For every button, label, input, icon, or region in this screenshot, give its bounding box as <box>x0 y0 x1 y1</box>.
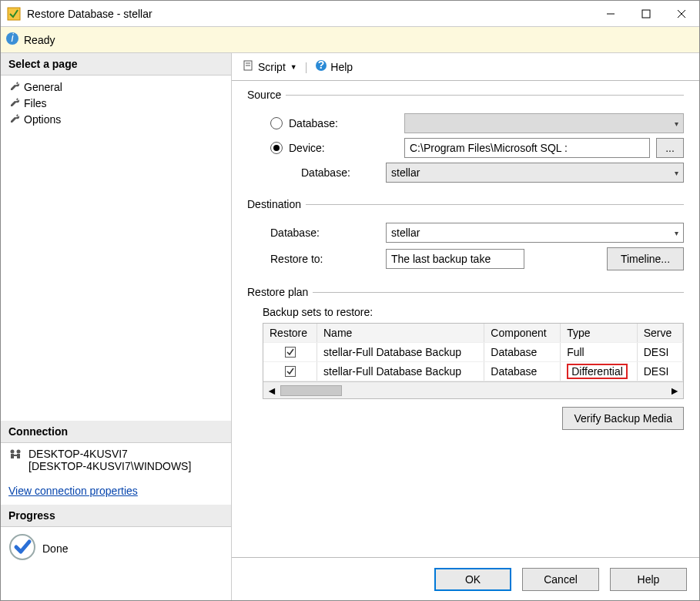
scroll-thumb[interactable] <box>280 385 342 396</box>
source-legend: Source <box>247 89 286 101</box>
source-device-label: Device: <box>289 142 404 154</box>
col-type[interactable]: Type <box>561 324 638 343</box>
separator: | <box>305 61 308 73</box>
restore-plan-legend: Restore plan <box>247 286 313 298</box>
sidebar-item-options[interactable]: Options <box>1 111 231 127</box>
source-db2-combo[interactable]: stellar▾ <box>386 163 684 183</box>
connection-header: Connection <box>1 421 231 443</box>
script-label: Script <box>258 61 286 73</box>
checkbox-icon[interactable] <box>285 366 296 377</box>
restore-plan-group: Restore plan Backup sets to restore: Res… <box>247 286 684 430</box>
scroll-right-icon[interactable]: ► <box>669 384 680 397</box>
svg-text:?: ? <box>318 59 325 71</box>
source-db2-label: Database: <box>301 166 386 179</box>
wrench-icon <box>8 96 19 109</box>
restore-cell[interactable] <box>263 343 317 362</box>
done-icon <box>8 533 36 563</box>
toolbar: Script ▼ | ? Help <box>232 53 699 81</box>
name-cell: stellar-Full Database Backup <box>317 343 484 362</box>
select-page-header: Select a page <box>1 53 231 76</box>
chevron-down-icon: ▼ <box>290 63 297 71</box>
table-row[interactable]: stellar-Full Database BackupDatabaseDiff… <box>263 362 683 381</box>
help-button[interactable]: ? Help <box>312 58 356 76</box>
source-database-combo: ▾ <box>404 113 684 133</box>
sidebar-item-files[interactable]: Files <box>1 95 231 111</box>
col-restore[interactable]: Restore <box>263 324 317 343</box>
dialog-footer: OK Cancel Help <box>232 557 699 600</box>
horizontal-scrollbar[interactable]: ◄ ► <box>263 381 683 398</box>
connection-login: [DESKTOP-4KUSVI7\WINDOWS] <box>28 460 191 472</box>
destination-legend: Destination <box>247 198 306 210</box>
ok-button[interactable]: OK <box>434 568 511 591</box>
source-device-textbox[interactable]: C:\Program Files\Microsoft SQL : <box>404 138 650 158</box>
window-title: Restore Database - stellar <box>27 8 593 20</box>
connection-info: DESKTOP-4KUSVI7 [DESKTOP-4KUSVI7\WINDOWS… <box>1 443 231 477</box>
server-cell: DESI <box>637 362 682 381</box>
connection-server: DESKTOP-4KUSVI7 <box>28 448 191 460</box>
server-cell: DESI <box>637 343 682 362</box>
minimize-button[interactable] <box>593 1 628 26</box>
restore-plan-subtitle: Backup sets to restore: <box>263 306 684 318</box>
restore-cell[interactable] <box>263 362 317 381</box>
dest-database-label: Database: <box>270 227 386 239</box>
svg-point-9 <box>17 450 21 454</box>
dest-database-combo[interactable]: stellar▾ <box>386 223 684 243</box>
col-server[interactable]: Serve <box>637 324 682 343</box>
progress-text: Done <box>42 542 68 555</box>
col-component[interactable]: Component <box>484 324 561 343</box>
wrench-icon <box>8 112 19 126</box>
titlebar: Restore Database - stellar <box>1 1 699 27</box>
cancel-button[interactable]: Cancel <box>522 568 599 591</box>
sidebar-item-label: General <box>24 81 62 93</box>
source-database-radio[interactable] <box>270 117 283 129</box>
backup-sets-table-wrap: Restore Name Component Type Serve stella… <box>263 323 684 399</box>
scroll-left-icon[interactable]: ◄ <box>266 384 277 397</box>
help-footer-label: Help <box>638 573 660 586</box>
server-icon <box>8 448 22 464</box>
verify-label: Verify Backup Media <box>574 412 672 425</box>
table-row[interactable]: stellar-Full Database BackupDatabaseFull… <box>263 343 683 362</box>
source-db2-value: stellar <box>391 166 420 179</box>
browse-device-button[interactable]: ... <box>656 138 684 158</box>
col-name[interactable]: Name <box>317 324 484 343</box>
restore-to-label: Restore to: <box>270 253 386 265</box>
script-icon <box>243 59 255 74</box>
restore-to-value: The last backup take <box>391 253 491 265</box>
progress-header: Progress <box>1 505 231 527</box>
source-database-label: Database: <box>289 117 404 129</box>
restore-to-textbox[interactable]: The last backup take <box>386 249 524 269</box>
dest-database-value: stellar <box>391 227 420 239</box>
status-bar: i Ready <box>1 27 699 53</box>
destination-group: Destination Database: stellar▾ Restore t… <box>247 198 684 275</box>
help-label: Help <box>330 61 353 73</box>
help-icon: ? <box>315 59 327 74</box>
timeline-label: Timeline... <box>621 253 670 265</box>
verify-backup-media-button[interactable]: Verify Backup Media <box>562 407 684 430</box>
restore-database-dialog: Restore Database - stellar i Ready Selec… <box>0 0 700 601</box>
checkbox-icon[interactable] <box>285 347 296 358</box>
source-group: Source Database: ▾ Device: C:\Program Fi… <box>247 89 684 187</box>
timeline-button[interactable]: Timeline... <box>607 247 684 270</box>
svg-rect-0 <box>8 8 20 20</box>
close-button[interactable] <box>664 1 699 26</box>
script-button[interactable]: Script ▼ <box>239 58 300 76</box>
app-icon <box>7 7 21 21</box>
svg-rect-2 <box>642 10 650 18</box>
main-panel: Script ▼ | ? Help Source Database: ▾ <box>232 53 699 600</box>
svg-rect-11 <box>13 455 18 456</box>
sidebar-item-general[interactable]: General <box>1 79 231 95</box>
chevron-down-icon: ▾ <box>675 229 678 237</box>
component-cell: Database <box>484 362 561 381</box>
info-icon: i <box>5 32 24 48</box>
sidebar-item-label: Options <box>24 113 61 126</box>
maximize-button[interactable] <box>628 1 664 26</box>
type-cell: Full <box>561 343 638 362</box>
source-device-value: C:\Program Files\Microsoft SQL : <box>410 142 568 154</box>
view-connection-properties-link[interactable]: View connection properties <box>8 485 138 497</box>
ok-label: OK <box>465 573 481 586</box>
progress-status: Done <box>1 527 231 569</box>
help-footer-button[interactable]: Help <box>610 568 687 591</box>
sidebar-item-label: Files <box>24 97 47 109</box>
source-device-radio[interactable] <box>270 142 283 154</box>
name-cell: stellar-Full Database Backup <box>317 362 484 381</box>
